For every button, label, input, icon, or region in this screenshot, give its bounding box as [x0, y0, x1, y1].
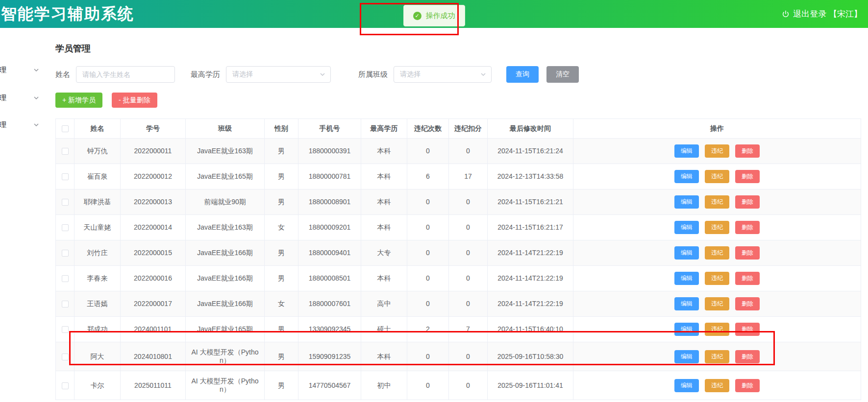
edit-button[interactable]: 编辑 [674, 246, 699, 260]
table-header-row: 姓名 学号 班级 性别 手机号 最高学历 违纪次数 违纪扣分 最后修改时间 操作 [56, 119, 861, 139]
cell-violations: 0 [407, 291, 449, 317]
delete-button[interactable]: 删除 [735, 221, 760, 234]
app-title: 智能学习辅助系统 [1, 3, 134, 25]
col-operations: 操作 [573, 119, 861, 139]
cell-class_name: JavaEE就业163期 [186, 139, 265, 164]
violation-button[interactable]: 违纪 [705, 350, 729, 363]
violation-button[interactable]: 违纪 [705, 144, 729, 158]
edit-button[interactable]: 编辑 [674, 170, 699, 183]
sidebar-item[interactable]: 理 [0, 118, 39, 131]
cell-phone: 18800009401 [298, 240, 361, 266]
delete-button[interactable]: 删除 [735, 350, 760, 363]
cell-class_name: AI 大模型开发（Python） [186, 371, 265, 400]
delete-button[interactable]: 删除 [735, 297, 760, 310]
cell-education: 本科 [361, 266, 407, 291]
table-row: 崔百泉2022000012JavaEE就业165期男18800000781本科6… [56, 164, 861, 189]
cell-phone: 13309092345 [298, 317, 361, 342]
cell-name: 王语嫣 [74, 291, 121, 317]
sidebar-item[interactable]: 理 [0, 92, 39, 104]
violation-button[interactable]: 违纪 [705, 246, 729, 260]
violation-button[interactable]: 违纪 [705, 272, 729, 285]
action-bar: + 新增学员 - 批量删除 [55, 93, 868, 108]
cell-student_id: 2022000015 [121, 240, 186, 266]
cell-violations: 6 [407, 164, 449, 189]
table-row: 天山童姥2022000014JavaEE就业163期女18800009201本科… [56, 215, 861, 240]
cell-education: 大专 [361, 240, 407, 266]
search-button[interactable]: 查询 [506, 66, 539, 83]
row-checkbox[interactable] [62, 382, 69, 389]
violation-button[interactable]: 违纪 [705, 195, 729, 209]
cell-class_name: JavaEE就业165期 [186, 317, 265, 342]
delete-button[interactable]: 删除 [735, 323, 760, 336]
cell-points: 0 [449, 189, 488, 215]
table-row: 耶律洪基2022000013前端就业90期男18800008901本科00202… [56, 189, 861, 215]
name-filter-input[interactable] [76, 66, 175, 83]
cell-gender: 男 [265, 139, 298, 164]
cell-class_name: JavaEE就业166期 [186, 240, 265, 266]
student-table-body: 钟万仇2022000011JavaEE就业163期男18800000391本科0… [56, 139, 861, 400]
delete-button[interactable]: 删除 [735, 246, 760, 260]
col-gender: 性别 [265, 119, 298, 139]
cell-name: 钟万仇 [74, 139, 121, 164]
cell-student_id: 2022000014 [121, 215, 186, 240]
cell-gender: 男 [265, 164, 298, 189]
edit-button[interactable]: 编辑 [674, 323, 699, 336]
row-checkbox[interactable] [62, 148, 69, 155]
violation-button[interactable]: 违纪 [705, 221, 729, 234]
cell-phone: 18800009201 [298, 215, 361, 240]
chevron-down-icon [320, 71, 325, 77]
edit-button[interactable]: 编辑 [674, 379, 699, 392]
student-table: 姓名 学号 班级 性别 手机号 最高学历 违纪次数 违纪扣分 最后修改时间 操作… [55, 118, 861, 400]
cell-violations: 2 [407, 317, 449, 342]
cell-operations: 编辑违纪删除 [573, 266, 861, 291]
cell-violations: 0 [407, 240, 449, 266]
cell-violations: 0 [407, 342, 449, 371]
cell-phone: 18800008501 [298, 266, 361, 291]
cell-name: 刘竹庄 [74, 240, 121, 266]
violation-button[interactable]: 违纪 [705, 170, 729, 183]
sidebar-item[interactable]: 理 [0, 64, 39, 76]
filter-bar: 姓名 最高学历 请选择 所属班级 请选择 查询 清空 [55, 66, 868, 83]
edit-button[interactable]: 编辑 [674, 350, 699, 363]
edit-button[interactable]: 编辑 [674, 272, 699, 285]
delete-button[interactable]: 删除 [735, 195, 760, 209]
cell-phone: 18800000391 [298, 139, 361, 164]
row-checkbox[interactable] [62, 224, 69, 231]
cell-modified: 2024-11-14T21:22:19 [488, 291, 573, 317]
cell-name: 郑成功 [74, 317, 121, 342]
violation-button[interactable]: 违纪 [705, 297, 729, 310]
row-checkbox[interactable] [62, 250, 69, 257]
class-filter-select[interactable]: 请选择 [394, 66, 492, 83]
delete-button[interactable]: 删除 [735, 272, 760, 285]
violation-button[interactable]: 违纪 [705, 379, 729, 392]
edit-button[interactable]: 编辑 [674, 144, 699, 158]
edit-button[interactable]: 编辑 [674, 195, 699, 209]
cell-phone: 18800007601 [298, 291, 361, 317]
delete-button[interactable]: 删除 [735, 170, 760, 183]
clear-button[interactable]: 清空 [546, 66, 579, 83]
edit-button[interactable]: 编辑 [674, 297, 699, 310]
select-all-checkbox[interactable] [62, 125, 69, 132]
cell-gender: 男 [265, 189, 298, 215]
delete-button[interactable]: 删除 [735, 144, 760, 158]
chevron-down-icon [33, 95, 39, 101]
cell-education: 本科 [361, 164, 407, 189]
row-checkbox[interactable] [62, 301, 69, 307]
add-student-button[interactable]: + 新增学员 [55, 93, 102, 108]
edit-button[interactable]: 编辑 [674, 221, 699, 234]
delete-button[interactable]: 删除 [735, 379, 760, 392]
col-points: 违纪扣分 [449, 119, 488, 139]
cell-student_id: 2024001101 [121, 317, 186, 342]
violation-button[interactable]: 违纪 [705, 323, 729, 336]
row-checkbox[interactable] [62, 173, 69, 180]
col-education: 最高学历 [361, 119, 407, 139]
row-checkbox[interactable] [62, 199, 69, 206]
batch-delete-button[interactable]: - 批量删除 [112, 93, 157, 108]
row-checkbox[interactable] [62, 275, 69, 282]
col-modified: 最后修改时间 [488, 119, 573, 139]
row-checkbox[interactable] [62, 326, 69, 333]
logout-button[interactable]: 退出登录 【宋江】 [782, 0, 862, 28]
toast-message: 操作成功 [426, 11, 455, 21]
education-filter-select[interactable]: 请选择 [226, 66, 331, 83]
row-checkbox[interactable] [62, 354, 69, 360]
